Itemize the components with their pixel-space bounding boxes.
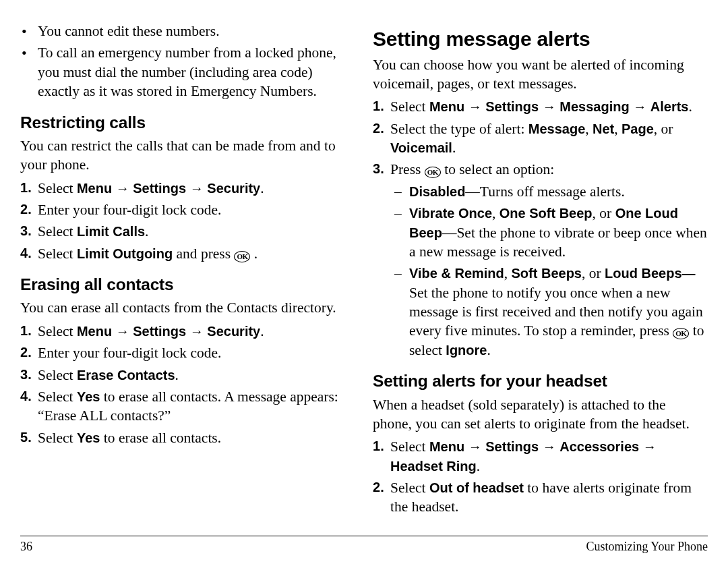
arrow-icon: → [464,439,485,454]
step: Press OK to select an option: Disabled—T… [390,160,708,360]
option-name: Soft Beeps [512,266,582,281]
dash-item: Vibe & Remind, Soft Beeps, or Loud Beeps… [409,264,708,360]
step-text: , or [654,121,673,137]
paragraph: You can restrict the calls that can be m… [20,136,355,175]
left-column: You cannot edit these numbers. To call a… [20,22,355,521]
step: Select Menu → Settings → Security. [38,322,355,341]
headset-alerts-steps: Select Menu → Settings → Accessories → H… [373,437,708,517]
right-column: Setting message alerts You can choose ho… [373,22,708,521]
step: Enter your four-digit lock code. [38,200,355,219]
arrow-icon: → [186,324,207,339]
step: Select Yes to erase all contacts. [38,428,355,447]
step-text: , [614,121,621,137]
step-text: Select [38,389,77,405]
step-text: Press [390,161,425,177]
step-text: Select [390,98,429,115]
option-name: Erase Contacts [77,368,175,383]
arrow-icon: → [539,439,559,454]
option-name: One Soft Beep [499,206,593,221]
two-column-layout: You cannot edit these numbers. To call a… [20,22,708,521]
option-name: Loud Beeps [605,266,681,281]
step: Select Limit Calls. [38,222,355,241]
step: Select Menu → Settings → Messaging → Ale… [390,97,708,116]
step: Select Yes to erase all contacts. A mess… [38,387,355,426]
option-name: Vibe & Remind [409,266,504,281]
menu-path-part: Settings [485,99,539,114]
option-desc: —Turns off message alerts. [465,183,624,200]
arrow-icon: → [639,439,657,454]
heading-headset-alerts: Setting alerts for your headset [373,370,708,392]
arrow-icon: → [539,99,559,114]
option-name: Yes [77,389,100,404]
dash-item: Vibrate Once, One Soft Beep, or One Loud… [409,204,708,261]
emergency-numbers-bullets: You cannot edit these numbers. To call a… [20,22,355,101]
option-name: Net [593,121,614,136]
step-text: Select [38,223,77,239]
step: Select the type of alert: Message, Net, … [390,119,708,158]
menu-path-part: Security [207,181,260,196]
step-text: , [492,205,499,221]
step-text: Select [38,367,77,383]
menu-path-part: Headset Ring [390,459,477,474]
step-text: Select [390,480,429,496]
arrow-icon: → [112,181,133,196]
step-text: — [682,266,696,281]
step: Select Menu → Settings → Security. [38,179,355,198]
restricting-calls-steps: Select Menu → Settings → Security. Enter… [20,179,355,264]
bullet-item: To call an emergency number from a locke… [38,43,355,101]
option-name: Disabled [409,184,465,199]
heading-restricting-calls: Restricting calls [20,112,355,134]
heading-setting-message-alerts: Setting message alerts [373,26,708,53]
menu-path-part: Alerts [650,99,689,114]
step-text: . [260,323,264,339]
menu-path-part: Settings [485,439,539,454]
step: Select Out of headset to have alerts ori… [390,478,708,517]
step-text: . [175,367,179,383]
option-name: Ignore [446,343,487,358]
menu-path-part: Accessories [559,439,639,454]
step: Select Erase Contacts. [38,366,355,385]
menu-path-part: Settings [133,181,186,196]
paragraph: You can erase all contacts from the Cont… [20,298,355,317]
option-desc: Set the phone to notify you once when a … [409,285,703,339]
step-text: Select [38,430,77,446]
step-text: . [487,342,490,358]
step-text: . [477,458,480,474]
menu-path-part: Settings [133,324,186,339]
ok-button-icon: OK [425,167,441,178]
step-text: and press [173,246,234,262]
option-name: Out of headset [429,480,524,495]
page-footer: 36 Customizing Your Phone [20,540,708,554]
option-name: Vibrate Once [409,206,492,221]
erasing-contacts-steps: Select Menu → Settings → Security. Enter… [20,322,355,447]
step-text: to erase all contacts. [100,430,221,446]
heading-erasing-contacts: Erasing all contacts [20,274,355,295]
option-name: Yes [77,430,100,445]
menu-path-part: Security [207,324,260,339]
menu-path-part: Messaging [559,99,629,114]
step-text: Select [38,180,77,196]
ok-button-icon: OK [234,251,250,262]
step-text: . [145,223,148,239]
paragraph: You can choose how you want be alerted o… [373,55,708,94]
menu-path-part: Menu [77,324,112,339]
paragraph: When a headset (sold separately) is atta… [373,395,708,434]
step-text: Select [38,323,77,339]
step-text: Select the type of alert: [390,121,528,137]
page: You cannot edit these numbers. To call a… [0,0,728,566]
footer-divider [20,536,708,536]
option-name: Voicemail [390,140,452,155]
message-alerts-steps: Select Menu → Settings → Messaging → Ale… [373,97,708,360]
step-text: . [250,246,257,262]
alert-options-list: Disabled—Turns off message alerts. Vibra… [390,182,708,360]
dash-item: Disabled—Turns off message alerts. [409,182,708,201]
step: Select Limit Outgoing and press OK . [38,244,355,263]
option-name: Message [528,121,586,136]
menu-path-part: Menu [77,181,112,196]
arrow-icon: → [630,99,650,114]
arrow-icon: → [186,181,207,196]
bullet-item: You cannot edit these numbers. [38,22,355,40]
step-text: Select [38,246,77,262]
menu-path-part: Menu [429,439,464,454]
page-number: 36 [20,540,32,554]
